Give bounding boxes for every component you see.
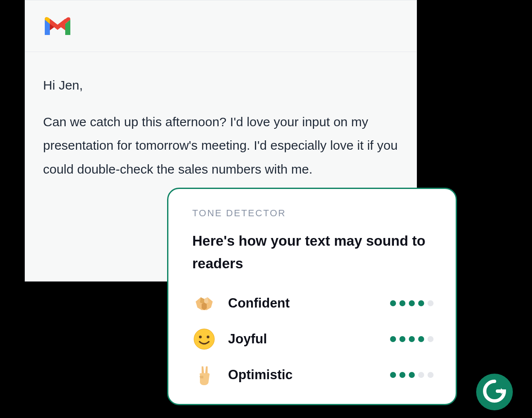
dot-on <box>409 300 415 306</box>
tone-detector-card: TONE DETECTOR Here's how your text may s… <box>167 188 457 405</box>
tone-row-optimistic[interactable]: Optimistic <box>192 357 434 393</box>
dot-on <box>399 372 405 378</box>
tone-score-dots <box>390 300 434 306</box>
dot-on <box>399 300 405 306</box>
tone-name: Optimistic <box>228 367 390 383</box>
dot-on <box>390 300 396 306</box>
dot-on <box>409 372 415 378</box>
victory-hand-icon <box>192 363 216 387</box>
tone-name: Joyful <box>228 331 390 347</box>
tone-row-joyful[interactable]: Joyful <box>192 321 434 357</box>
tone-score-dots <box>390 336 434 342</box>
tone-row-confident[interactable]: Confident <box>192 285 434 321</box>
dot-on <box>409 336 415 342</box>
gmail-logo-icon <box>43 15 72 37</box>
smile-icon <box>192 327 216 351</box>
dot-off <box>428 336 434 342</box>
dot-on <box>418 300 424 306</box>
dot-off <box>428 300 434 306</box>
dot-off <box>428 372 434 378</box>
tone-name: Confident <box>228 296 390 311</box>
email-body[interactable]: Hi Jen, Can we catch up this afternoon? … <box>25 52 416 199</box>
grammarly-g-icon <box>482 379 507 405</box>
email-header <box>25 0 416 52</box>
email-paragraph: Can we catch up this afternoon? I'd love… <box>43 110 399 181</box>
svg-point-2 <box>199 335 202 338</box>
tone-list: Confident <box>192 285 434 393</box>
dot-on <box>418 336 424 342</box>
dot-on <box>390 372 396 378</box>
tone-score-dots <box>390 372 434 378</box>
tone-detector-title: Here's how your text may sound to reader… <box>192 230 434 275</box>
grammarly-badge-button[interactable] <box>476 374 513 410</box>
svg-point-3 <box>207 335 209 338</box>
tone-detector-label: TONE DETECTOR <box>192 208 434 219</box>
dot-off <box>418 372 424 378</box>
dot-on <box>390 336 396 342</box>
handshake-icon <box>192 291 216 315</box>
email-greeting: Hi Jen, <box>43 73 399 97</box>
dot-on <box>399 336 405 342</box>
